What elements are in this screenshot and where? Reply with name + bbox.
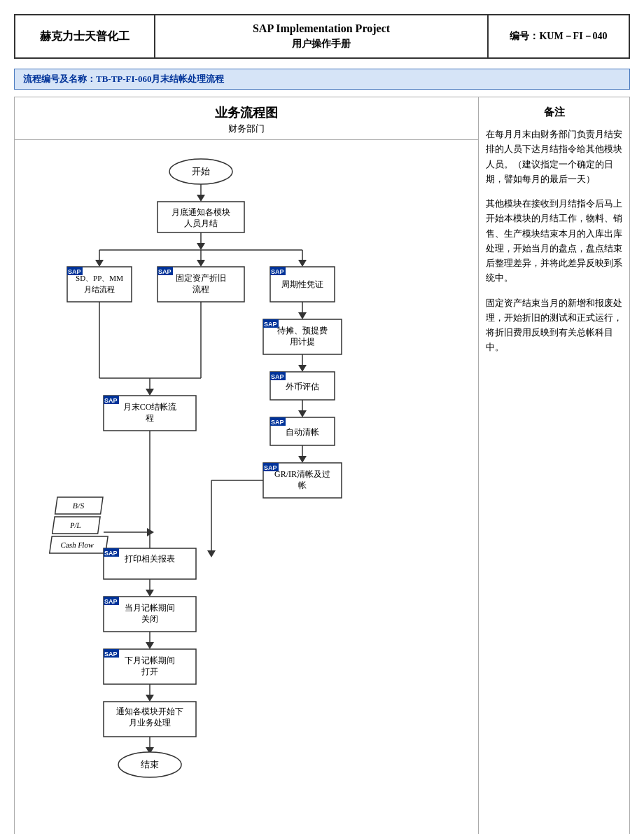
- flow-title: 业务流程图: [15, 104, 478, 121]
- svg-text:SAP: SAP: [271, 268, 284, 275]
- flow-area: 业务流程图 财务部门 开始 月底通知各模块 人员月结: [15, 97, 479, 834]
- svg-text:打印相关报表: 打印相关报表: [124, 554, 175, 564]
- svg-text:SAP: SAP: [104, 550, 118, 557]
- svg-text:月末CO结帐流: 月末CO结帐流: [123, 402, 177, 412]
- flow-department: 财务部门: [15, 123, 478, 135]
- notes-text-2: 其他模块在接收到月结指令后马上开始本模块的月结工作，物料、销售、生产模块结束本月…: [486, 197, 622, 286]
- svg-marker-3: [197, 195, 205, 202]
- svg-text:B/S: B/S: [72, 501, 85, 510]
- svg-text:SAP: SAP: [104, 598, 118, 605]
- svg-text:人员月结: 人员月结: [184, 218, 218, 228]
- svg-text:待摊、预提费: 待摊、预提费: [277, 326, 328, 335]
- svg-text:用计提: 用计提: [290, 337, 315, 347]
- doc-number: 编号：KUM－FI－040: [489, 15, 629, 57]
- flow-title-row: 业务流程图 财务部门: [15, 97, 478, 140]
- svg-text:结束: 结束: [141, 759, 159, 770]
- svg-text:关闭: 关闭: [141, 614, 158, 624]
- svg-text:帐: 帐: [298, 480, 307, 490]
- svg-marker-91: [146, 642, 154, 649]
- svg-marker-60: [146, 389, 154, 396]
- svg-text:SAP: SAP: [158, 268, 172, 275]
- svg-text:SAP: SAP: [271, 419, 284, 426]
- svg-text:开始: 开始: [192, 166, 210, 176]
- project-sub: 用户操作手册: [292, 38, 351, 50]
- svg-text:SAP: SAP: [264, 321, 277, 328]
- svg-text:SAP: SAP: [104, 651, 118, 658]
- svg-text:月底通知各模块: 月底通知各模块: [172, 207, 230, 217]
- svg-marker-38: [298, 365, 307, 372]
- svg-marker-84: [146, 590, 154, 597]
- flow-body: 开始 月底通知各模块 人员月结: [15, 140, 478, 834]
- project-info: SAP Implementation Project 用户操作手册: [155, 15, 489, 57]
- svg-text:SAP: SAP: [104, 397, 118, 404]
- svg-marker-50: [298, 456, 307, 463]
- svg-text:GR/IR清帐及过: GR/IR清帐及过: [274, 469, 330, 479]
- svg-text:月结流程: 月结流程: [84, 285, 115, 293]
- svg-text:固定资产折旧: 固定资产折旧: [176, 273, 226, 283]
- notes-text-1: 在每月月末由财务部门负责月结安排的人员下达月结指令给其他模块人员。（建议指定一个…: [486, 127, 622, 187]
- svg-marker-70: [207, 550, 216, 557]
- svg-text:通知各模块开始下: 通知各模块开始下: [116, 707, 183, 716]
- main-content: 业务流程图 财务部门 开始 月底通知各模块 人员月结: [14, 97, 630, 834]
- svg-text:自动清帐: 自动清帐: [286, 427, 319, 437]
- svg-marker-44: [298, 410, 307, 417]
- svg-text:外币评估: 外币评估: [286, 382, 319, 391]
- svg-text:SD、PP、MM: SD、PP、MM: [76, 274, 123, 282]
- svg-marker-11: [95, 260, 104, 267]
- company-name: 赫克力士天普化工: [15, 15, 155, 57]
- svg-text:当月记帐期间: 当月记帐期间: [125, 603, 175, 613]
- svg-text:周期性凭证: 周期性凭证: [281, 279, 323, 289]
- project-title: SAP Implementation Project: [253, 22, 390, 35]
- svg-text:SAP: SAP: [271, 373, 284, 380]
- svg-marker-78: [147, 528, 154, 536]
- svg-text:打开: 打开: [141, 667, 158, 676]
- svg-marker-31: [298, 312, 307, 319]
- notes-text-3: 固定资产结束当月的新增和报废处理，开始折旧的测试和正式运行，将折旧费用反映到有关…: [486, 296, 622, 356]
- svg-marker-98: [146, 695, 154, 702]
- svg-text:Cash Flow: Cash Flow: [60, 541, 94, 549]
- svg-text:程: 程: [146, 413, 154, 423]
- notes-title: 备注: [486, 106, 622, 119]
- svg-text:下月记帐期间: 下月记帐期间: [125, 655, 175, 665]
- notes-area: 备注 在每月月末由财务部门负责月结安排的人员下达月结指令给其他模块人员。（建议指…: [479, 97, 629, 834]
- flow-diagram: 开始 月底通知各模块 人员月结: [43, 147, 449, 834]
- svg-text:流程: 流程: [192, 284, 209, 294]
- svg-marker-13: [197, 260, 205, 267]
- process-label: 流程编号及名称：TB-TP-FI-060月末结帐处理流程: [14, 69, 630, 90]
- svg-marker-15: [298, 260, 307, 267]
- svg-text:月业务处理: 月业务处理: [129, 718, 171, 728]
- header: 赫克力士天普化工 SAP Implementation Project 用户操作…: [14, 14, 630, 59]
- svg-text:P/L: P/L: [70, 521, 83, 529]
- svg-marker-8: [197, 243, 205, 250]
